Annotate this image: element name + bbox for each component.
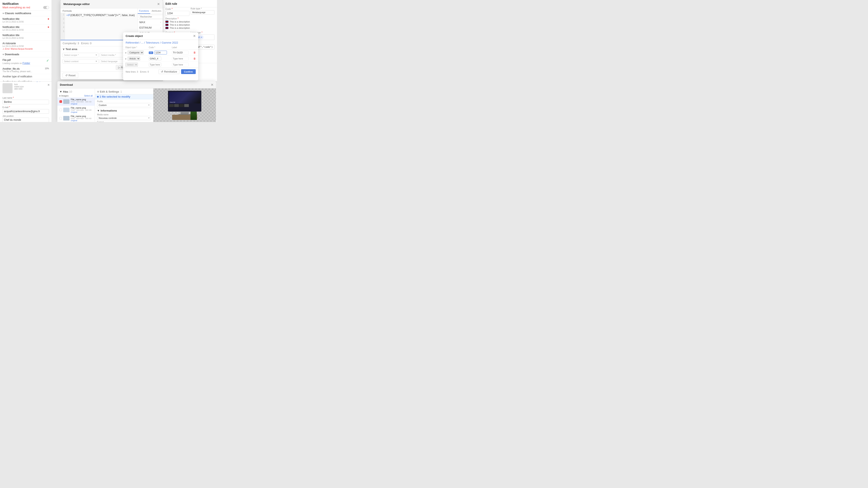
files-section-header: ▼ Files 10 <box>57 89 95 94</box>
chevron-icon[interactable]: ▶ <box>125 52 127 54</box>
col-code: Code * <box>147 45 169 50</box>
informations-section[interactable]: ▼ Informations <box>95 108 153 113</box>
code-label: Code * <box>165 7 189 10</box>
description-text: This is a description <box>169 27 190 29</box>
code-input-add[interactable] <box>149 63 161 67</box>
notification-item[interactable]: Notification title Le 19-11-2022 à 23:56 <box>0 24 52 33</box>
profile-label: Profile <box>97 100 151 103</box>
confirm-button[interactable]: Confirm <box>181 69 196 74</box>
chevron-icon: ▼ <box>97 109 100 112</box>
description-section: Description * This is a description This… <box>163 17 217 31</box>
download-modal-title: Download <box>60 83 73 86</box>
profile-select[interactable]: Custom <box>97 103 151 107</box>
search-input[interactable] <box>139 15 163 19</box>
show-unread-toggle[interactable] <box>43 6 49 9</box>
informations-fields: Media name Nouveau controle Format png <box>95 113 153 122</box>
close-icon[interactable]: ✕ <box>211 83 213 87</box>
file-item[interactable]: File_name.png PNG · 800×800 · 400 KB Ori… <box>57 114 95 122</box>
tv-thumb <box>184 104 189 107</box>
modal-title: Metalanguage editor <box>63 2 90 6</box>
breadcrumb-gamme[interactable]: Gamme 2022 <box>162 41 178 44</box>
label-input[interactable] <box>172 51 189 55</box>
chevron-icon[interactable]: ▶ <box>125 58 127 60</box>
play-icon: ▷ <box>118 66 120 69</box>
dl-progress: 10% <box>45 67 49 70</box>
type-select-add[interactable]: Select <box>125 63 138 67</box>
file-checkbox[interactable] <box>59 117 62 120</box>
download-modal-body: ▼ Files 10 ▶ Images Select all ✓ File_na… <box>57 89 216 122</box>
chevron-icon: ∨ <box>2 12 4 14</box>
file-meta: PNG · 800×800 · 400 KB <box>71 118 93 120</box>
file-checkbox[interactable] <box>59 109 62 111</box>
delete-icon[interactable]: 🗑 <box>193 57 196 60</box>
other-notification[interactable]: Another type of notification <box>0 74 52 79</box>
profile-section: Profile Custom <box>95 99 153 108</box>
file-badge: Original <box>71 111 93 113</box>
notif-date: Le 19-11-2024 à 23:58 <box>2 45 49 47</box>
notif-error: ⚠ Error: Manica facqua frizzante <box>2 48 49 50</box>
notif-date: Le 19-11-2022 à 23:56 <box>2 29 49 31</box>
type-select-categorie[interactable]: Catégorie <box>127 51 144 55</box>
profile-panel: ✕ ture mded size 300×300 Change picture … <box>0 82 52 122</box>
select-context[interactable]: Select context <box>63 59 98 64</box>
filename: File_name.png <box>71 106 93 109</box>
tab-functions[interactable]: Functions <box>138 8 150 14</box>
download-modal: Download ✕ ▼ Files 10 ▶ Images Select al… <box>57 82 216 122</box>
notification-item-ai[interactable]: Ai ristorante Le 19-11-2024 à 23:58 ⚠ Er… <box>0 41 52 52</box>
chevron-icon: ▼ <box>59 90 62 93</box>
label-input[interactable] <box>172 57 189 61</box>
chevron-icon: ∨ <box>63 47 65 51</box>
code-ruletype-row: Code * Rule type * <box>163 7 217 17</box>
select-all-images[interactable]: Select all <box>84 95 93 97</box>
breadcrumb: Référentiel / ... / Televiseurs / Gamme … <box>123 40 198 45</box>
function-item-max[interactable]: MAX › <box>138 20 163 25</box>
rule-type-input[interactable] <box>191 10 215 14</box>
function-item-estinum[interactable]: ESTINUM › <box>138 25 163 30</box>
download-item-pdf[interactable]: File.pdf Loading complete on Folder ✓ <box>0 57 52 66</box>
images-label: ▶ Images <box>59 95 68 97</box>
delete-icon[interactable]: 🗑 <box>193 51 196 54</box>
reset-button[interactable]: ↺ Reset <box>63 73 78 78</box>
download-modal-header: Download ✕ <box>57 82 216 89</box>
code-input[interactable] <box>154 51 167 55</box>
edit-settings-panel: ∨ Edit & Settings 1 1 file selected to m… <box>95 89 153 122</box>
dl-name: File.pdf <box>2 59 30 62</box>
file-thumbnail <box>63 108 69 112</box>
close-icon[interactable]: ✕ <box>48 83 50 87</box>
tab-attributes[interactable]: Attributes <box>150 8 163 14</box>
change-picture-button[interactable]: Change picture <box>31 82 46 82</box>
media-name-select[interactable]: Nouveau controle <box>97 116 151 120</box>
col-label: Label <box>170 45 191 50</box>
preview-panel: Gone Girl <box>153 89 216 122</box>
notification-item[interactable]: Notification title Le 19-11-2022 à 23:56 <box>0 33 52 41</box>
file-item[interactable]: File_name.png PNG · 800×800 · 400 KB Ori… <box>57 106 95 114</box>
close-icon[interactable]: ✕ <box>157 2 160 6</box>
select-scope[interactable]: Select scope * <box>63 53 98 57</box>
code-input[interactable] <box>165 11 189 16</box>
file-checkbox[interactable]: ✓ <box>59 100 62 103</box>
tv-thumb <box>179 104 184 107</box>
dl-link[interactable]: Folder <box>23 62 30 65</box>
code-input[interactable] <box>149 57 161 61</box>
type-select-article[interactable]: Article <box>127 57 140 61</box>
new-lines-info: New lines: 3 Errors: 0 <box>126 70 149 73</box>
remove-tag-icon[interactable]: × <box>201 36 203 39</box>
file-badge: Original <box>71 103 93 105</box>
last-name-input[interactable] <box>2 100 49 104</box>
file-item[interactable]: ✓ File_name.png PNG · 800×800 · 400 KB O… <box>57 97 95 106</box>
breadcrumb-referentiel[interactable]: Référentiel <box>126 41 139 44</box>
reinitialize-button[interactable]: ↺ Reinitialize <box>159 69 180 74</box>
filename: File_name.png <box>71 115 93 118</box>
label-input-add[interactable] <box>172 63 189 67</box>
dl-status: Loading complete on Folder <box>2 62 30 65</box>
email-input[interactable] <box>2 109 49 113</box>
download-item-xls[interactable]: Another_file.xls The file is loading, pl… <box>0 66 52 74</box>
notification-item[interactable]: Notification title Le 19-11-2022 à 23:56 <box>0 16 52 24</box>
notif-date: Le 19-11-2022 à 23:56 <box>2 21 49 23</box>
images-subsection: ▶ Images Select all <box>57 94 95 97</box>
breadcrumb-televiseurs[interactable]: Televiseurs <box>146 41 159 44</box>
dl-name: Another_file.xls <box>2 67 32 70</box>
job-position-input[interactable] <box>2 118 49 122</box>
tv-table <box>172 115 197 120</box>
close-icon[interactable]: ✕ <box>193 34 196 38</box>
